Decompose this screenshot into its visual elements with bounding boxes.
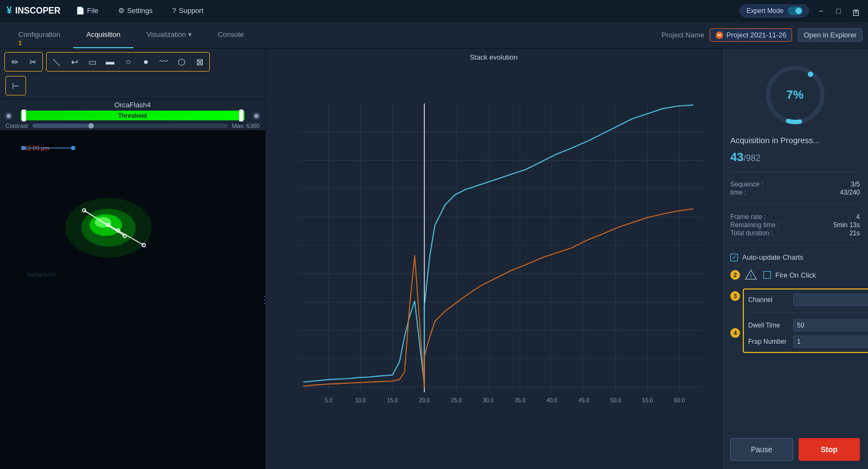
- camera-panel: OrcaFlash4 Threshold Contrast: [0, 99, 265, 469]
- acquisition-status: Acquisition in Progress...: [730, 136, 860, 145]
- stats-block: Sequence : 3/5 time : 43/240: [730, 180, 860, 197]
- pause-button[interactable]: Pause: [730, 438, 793, 461]
- circle-outline-tool[interactable]: ○: [120, 54, 136, 70]
- dwell-time-label: Dwell Time: [748, 322, 789, 329]
- dwell-time-input[interactable]: [793, 319, 868, 331]
- acquisition-label: Acquisition: [86, 30, 120, 38]
- image-canvas: 12.09 µm background ⋮: [0, 130, 265, 469]
- toggle-circle: [788, 7, 803, 15]
- stat-sequence-value: 3/5: [851, 181, 860, 188]
- console-label: Console: [218, 30, 244, 38]
- channel-select[interactable]: ▾: [793, 294, 868, 306]
- svg-text:45.0: 45.0: [578, 397, 589, 403]
- threshold-label: Threshold: [118, 112, 147, 119]
- logo-text: INSCOPER: [15, 6, 61, 16]
- stat-sequence-label: Sequence :: [730, 181, 763, 188]
- svg-text:55.0: 55.0: [642, 397, 653, 403]
- project-name-value: Project 2021-11-26: [726, 31, 787, 39]
- toolbar-group-draw: ✏ ✂: [4, 52, 43, 72]
- circle-fill-tool[interactable]: ●: [138, 54, 154, 70]
- scissors-tool[interactable]: ✂: [24, 54, 41, 70]
- fire-section: ! Fire On Click: [743, 267, 816, 283]
- support-label: Support: [179, 7, 204, 15]
- open-explorer-label: Open in Explorer: [803, 31, 857, 39]
- auto-update-checkbox[interactable]: [730, 254, 738, 261]
- bottom-buttons: Pause Stop: [730, 433, 860, 461]
- tab-visualization[interactable]: Visualization ▾: [133, 22, 205, 48]
- line-tool[interactable]: │: [45, 50, 68, 73]
- contrast-label: Contrast: [5, 123, 28, 129]
- minimize-button[interactable]: −: [815, 5, 826, 16]
- threshold-handle-right[interactable]: [239, 110, 243, 121]
- chart-panel: Stack evolution: [266, 49, 722, 469]
- pencil-tool[interactable]: ✏: [7, 54, 23, 70]
- tab-configuration[interactable]: Configuration 1: [5, 22, 73, 48]
- progress-numbers: 43/982: [730, 150, 860, 164]
- stat-time-label: time :: [730, 189, 746, 196]
- curve-tool[interactable]: ↩: [66, 54, 82, 70]
- svg-text:25.0: 25.0: [451, 397, 461, 403]
- main-content: ✏ ✂ │ ↩ ▭ ▬ ○ ● 〰 ⬡ ⊠ ⊡ ⊢: [0, 49, 868, 469]
- fire-on-click-checkbox[interactable]: [763, 271, 771, 279]
- auto-update-row: Auto-update Charts: [730, 253, 860, 261]
- channel-row: Channel ▾: [748, 294, 868, 306]
- svg-text:35.0: 35.0: [515, 397, 525, 403]
- stat-framerate-value: 4: [856, 213, 860, 221]
- stop-button[interactable]: Stop: [799, 438, 860, 461]
- stat-sequence: Sequence : 3/5: [730, 181, 860, 188]
- project-name-label: Project Name: [661, 31, 704, 39]
- frap-number-input[interactable]: [793, 336, 868, 348]
- stat-framerate: Frame rate : 4: [730, 213, 860, 221]
- svg-point-65: [808, 72, 813, 77]
- svg-rect-0: [0, 130, 265, 469]
- title-bar: ¥ INSCOPER 📄 File ⚙ Settings ? Support E…: [0, 0, 868, 22]
- stat-duration-label: Total duration :: [730, 229, 773, 237]
- toolbar: ✏ ✂ │ ↩ ▭ ▬ ○ ● 〰 ⬡ ⊠ ⊡ ⊢: [0, 49, 265, 99]
- stat-remaining-value: 5min 13s: [833, 221, 860, 229]
- chart-container: 2500.0 2750.0 3000.0 3250.0 3500.0 3750.…: [266, 66, 722, 469]
- fire-on-click-section: 2 ! Fire On Click: [730, 267, 860, 283]
- menu-file[interactable]: 📄 File: [72, 4, 103, 17]
- svg-text:40.0: 40.0: [546, 397, 557, 403]
- tab-console[interactable]: Console: [205, 22, 257, 48]
- snap-tool[interactable]: ⊢: [8, 78, 24, 94]
- threshold-handle-left[interactable]: [22, 110, 26, 121]
- svg-text:10.0: 10.0: [355, 397, 366, 403]
- divider-settings: [748, 312, 868, 313]
- camera-name: OrcaFlash4: [0, 99, 265, 111]
- microscope-image: 12.09 µm background: [0, 130, 265, 469]
- menu-support[interactable]: ? Support: [168, 4, 208, 17]
- open-explorer-button[interactable]: Open in Explorer: [798, 28, 863, 42]
- toggle-dot: [795, 8, 802, 14]
- stat-duration-value: 21s: [850, 229, 860, 237]
- svg-text:5.0: 5.0: [325, 397, 333, 403]
- visualization-tab-inner: Visualization ▾: [146, 30, 192, 38]
- stat-time: time : 43/240: [730, 189, 860, 196]
- divider-3: [730, 245, 860, 246]
- rect-outline-tool[interactable]: ▭: [84, 54, 100, 70]
- settings-label: Settings: [127, 7, 153, 15]
- freehand-tool[interactable]: 〰: [156, 54, 172, 70]
- configuration-label: Configuration: [18, 30, 60, 38]
- expert-mode-label: Expert Mode: [747, 7, 783, 15]
- badge-2: 2: [730, 270, 740, 280]
- right-panel: 7% Acquisition in Progress... 43/982 Seq…: [722, 49, 868, 469]
- project-name-button[interactable]: M Project 2021-11-26: [710, 28, 793, 42]
- crosshair-tool[interactable]: ⊠: [191, 54, 208, 70]
- settings-icon: ⚙: [118, 7, 125, 15]
- settings-outer: 3 4 Channel ▾ Dwell Time Fr: [730, 288, 860, 353]
- divider-2: [730, 204, 860, 205]
- progress-circle: 7%: [763, 62, 828, 127]
- visualization-label: Visualization: [146, 30, 186, 38]
- expand-button[interactable]: ⊡: [847, 4, 864, 21]
- contrast-slider[interactable]: [33, 124, 228, 128]
- expert-mode-toggle[interactable]: Expert Mode: [740, 4, 809, 17]
- app-logo: ¥ INSCOPER: [7, 5, 61, 16]
- menu-settings[interactable]: ⚙ Settings: [114, 4, 157, 17]
- drag-handle[interactable]: ⋮: [260, 294, 265, 306]
- maximize-button[interactable]: □: [833, 5, 844, 16]
- rect-fill-tool[interactable]: ▬: [102, 54, 118, 70]
- threshold-bar[interactable]: Threshold: [21, 111, 245, 120]
- polygon-tool[interactable]: ⬡: [173, 54, 190, 70]
- tab-acquisition[interactable]: Acquisition: [73, 22, 133, 48]
